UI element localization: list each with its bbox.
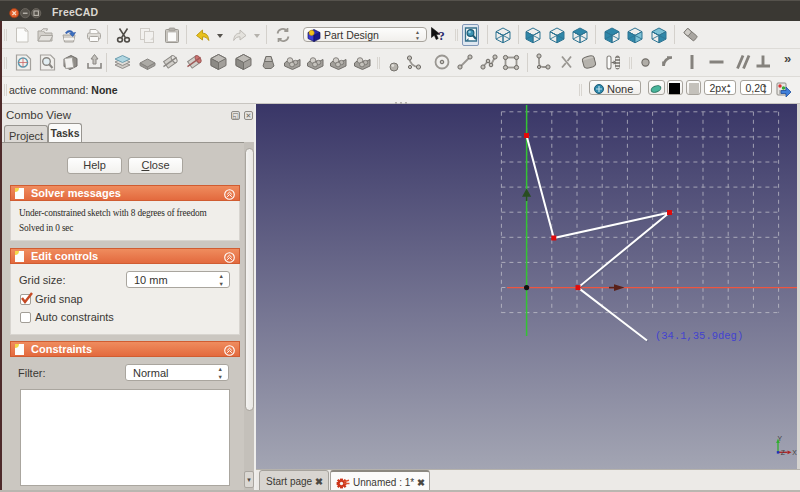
svg-text:?: ? [439,29,445,43]
svg-text:Z: Z [781,449,785,456]
svg-text:Y: Y [778,435,783,442]
svg-text:(34.1,35.9deg): (34.1,35.9deg) [655,330,743,342]
